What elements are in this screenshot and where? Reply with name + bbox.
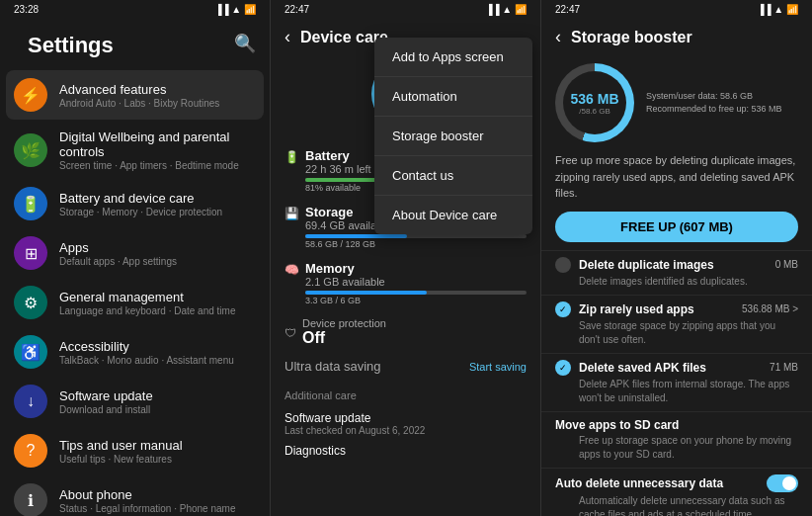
option-title-duplicates: Delete duplicate images (579, 258, 768, 272)
accessibility-sub: TalkBack · Mono audio · Assistant menu (59, 355, 234, 366)
software-update-sub: Last checked on August 6, 2022 (284, 425, 527, 436)
about-icon: ℹ (14, 483, 47, 516)
settings-item-wellbeing[interactable]: 🌿 Digital Wellbeing and parental control… (0, 122, 270, 179)
settings-item-about[interactable]: ℹ About phone Status · Legal information… (0, 475, 270, 516)
memory-stat-title: Memory (305, 261, 527, 276)
settings-item-tips[interactable]: ? Tips and user manual Useful tips · New… (0, 426, 270, 475)
software-name: Software update (59, 388, 153, 403)
settings-title: Settings (14, 25, 127, 62)
ultra-data-label: Ultra data saving (284, 359, 381, 374)
option-size-zip: 536.88 MB > (742, 303, 798, 314)
protection-value: Off (302, 329, 386, 347)
tips-icon: ? (14, 434, 47, 468)
check-zip[interactable]: ✓ (555, 301, 571, 317)
battery-text: Battery and device care Storage · Memory… (59, 191, 222, 217)
memory-stat-info: Memory 2.1 GB available 3.3 GB / 6 GB (305, 261, 527, 305)
time-3: 22:47 (555, 4, 580, 15)
device-protection-row: 🛡 Device protection Off (271, 309, 540, 351)
battery-stat-icon: 🔋 (284, 150, 299, 164)
memory-detail: 3.3 GB / 6 GB (305, 296, 527, 305)
storage-detail: 58.6 GB / 128 GB (305, 239, 527, 249)
option-delete-apk: ✓ Delete saved APK files 71 MB Delete AP… (541, 353, 812, 411)
software-sub: Download and install (59, 404, 153, 415)
auto-delete-toggle[interactable] (767, 474, 798, 492)
battery-icon: 🔋 (14, 187, 47, 220)
battery-sub: Storage · Memory · Device protection (59, 207, 222, 217)
diagnostics-item[interactable]: Diagnostics (284, 440, 527, 462)
dropdown-add-apps[interactable]: Add to Apps screen (374, 38, 532, 77)
option-header-auto: Auto delete unnecessary data (555, 474, 798, 492)
ultra-data-row: Ultra data saving Start saving (271, 351, 540, 382)
status-bar-1: 23:28 ▐▐ ▲ 📶 (0, 0, 270, 15)
software-update-label: Software update (284, 411, 527, 425)
option-size-duplicates: 0 MB (775, 259, 798, 270)
apps-text: Apps Default apps · App settings (59, 240, 177, 267)
back-button-2[interactable]: ‹ (284, 27, 290, 47)
option-desc-duplicates: Delete images identified as duplicates. (555, 275, 798, 289)
wellbeing-text: Digital Wellbeing and parental controls … (59, 129, 256, 171)
advanced-icon: ⚡ (14, 78, 47, 112)
general-name: General management (59, 290, 235, 304)
free-up-button[interactable]: FREE UP (607 MB) (555, 212, 798, 242)
storage-mb-sub: /58.6 GB (579, 107, 610, 116)
advanced-sub: Android Auto · Labs · Bixby Routines (59, 98, 219, 109)
check-duplicates[interactable] (555, 257, 571, 273)
protection-label: Device protection (302, 317, 386, 329)
about-sub: Status · Legal information · Phone name (59, 503, 235, 514)
storage-circle-inner: 536 MB /58.6 GB (563, 71, 626, 134)
option-header-duplicates: Delete duplicate images 0 MB (555, 257, 798, 273)
settings-list: ⚡ Advanced features Android Auto · Labs … (0, 68, 270, 516)
accessibility-icon: ♿ (14, 335, 47, 369)
wellbeing-name: Digital Wellbeing and parental controls (59, 129, 256, 159)
protection-icon: 🛡 (284, 326, 296, 340)
apps-name: Apps (59, 240, 177, 255)
settings-panel: 23:28 ▐▐ ▲ 📶 Settings 🔍 ⚡ Advanced featu… (0, 0, 271, 516)
settings-item-accessibility[interactable]: ♿ Accessibility TalkBack · Mono audio · … (0, 327, 270, 377)
storage-bar-wrap (305, 234, 527, 238)
status-icons-1: ▐▐ ▲ 📶 (214, 4, 256, 15)
settings-item-advanced[interactable]: ⚡ Advanced features Android Auto · Labs … (6, 70, 264, 120)
status-bar-3: 22:47 ▐▐ ▲ 📶 (541, 0, 812, 15)
settings-item-software[interactable]: ↓ Software update Download and install (0, 377, 270, 426)
settings-header: Settings 🔍 (0, 15, 270, 68)
general-icon: ⚙ (14, 286, 47, 319)
dropdown-automation[interactable]: Automation (374, 77, 532, 117)
settings-item-battery[interactable]: 🔋 Battery and device care Storage · Memo… (0, 179, 270, 228)
dropdown-about-device-care[interactable]: About Device care (374, 196, 532, 234)
advanced-text: Advanced features Android Auto · Labs · … (59, 82, 219, 109)
protection-info: Device protection Off (302, 317, 386, 347)
search-icon[interactable]: 🔍 (234, 33, 256, 54)
tips-name: Tips and user manual (59, 438, 183, 453)
accessibility-text: Accessibility TalkBack · Mono audio · As… (59, 339, 234, 366)
option-zip-apps: ✓ Zip rarely used apps 536.88 MB > Save … (541, 295, 812, 353)
accessibility-name: Accessibility (59, 339, 234, 354)
storage-circle-wrap: 536 MB /58.6 GB System/user data: 58.6 G… (541, 53, 812, 152)
memory-bar-fill (305, 291, 427, 295)
diagnostics-label: Diagnostics (284, 444, 527, 458)
time-1: 23:28 (14, 4, 39, 15)
storage-stat-icon: 💾 (284, 207, 299, 220)
software-update-item[interactable]: Software update Last checked on August 6… (284, 407, 527, 440)
dropdown-storage-booster[interactable]: Storage booster (374, 117, 532, 156)
option-title-move: Move apps to SD card (555, 418, 798, 432)
dropdown-contact-us[interactable]: Contact us (374, 156, 532, 196)
option-desc-move: Free up storage space on your phone by m… (555, 434, 798, 462)
device-care-panel: 22:47 ▐▐ ▲ 📶 ‹ Device care Gr 🔋 Battery … (271, 0, 541, 516)
option-desc-apk: Delete APK files from internal storage. … (555, 378, 798, 405)
option-header-zip: ✓ Zip rarely used apps 536.88 MB > (555, 301, 798, 317)
option-header-apk: ✓ Delete saved APK files 71 MB (555, 360, 798, 376)
option-size-apk: 71 MB (770, 362, 798, 373)
back-button-3[interactable]: ‹ (555, 27, 561, 47)
option-auto-delete: Auto delete unnecessary data Automatical… (541, 468, 812, 517)
option-title-apk: Delete saved APK files (579, 361, 762, 375)
storage-bar-fill (305, 234, 407, 238)
settings-item-apps[interactable]: ⊞ Apps Default apps · App settings (0, 228, 270, 278)
storage-info-text: System/user data: 58.6 GB Recommended to… (646, 90, 782, 115)
check-apk[interactable]: ✓ (555, 360, 571, 376)
start-saving-button[interactable]: Start saving (469, 361, 527, 373)
tips-sub: Useful tips · New features (59, 454, 183, 465)
settings-item-general[interactable]: ⚙ General management Language and keyboa… (0, 278, 270, 327)
storage-donut-chart: 536 MB /58.6 GB (555, 63, 634, 142)
memory-stat-value: 2.1 GB available (305, 276, 527, 288)
apps-icon: ⊞ (14, 236, 47, 270)
